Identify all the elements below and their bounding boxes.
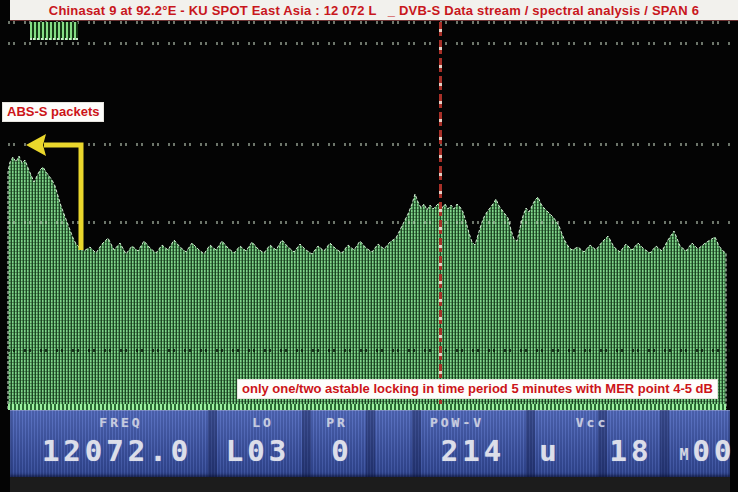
pr-label: PR bbox=[326, 415, 348, 430]
status-separator bbox=[412, 410, 421, 477]
lo-label: LO bbox=[252, 415, 274, 430]
status-separator bbox=[526, 410, 535, 477]
satellite-meter-screen: Chinasat 9 at 92.2°E - KU SPOT East Asia… bbox=[0, 0, 738, 492]
status-separator bbox=[366, 410, 375, 477]
h-gridline bbox=[8, 349, 732, 352]
freq-label: FREQ bbox=[99, 415, 142, 430]
lo-value: L03 bbox=[226, 434, 290, 468]
status-separator bbox=[302, 410, 311, 477]
h-gridline bbox=[8, 143, 732, 146]
pow-v-unit: u bbox=[539, 434, 560, 468]
pow-v-label: POW-V bbox=[430, 415, 484, 430]
pr-value: 0 bbox=[331, 434, 352, 468]
vcc-value: 18 bbox=[610, 434, 653, 468]
status-separator bbox=[660, 410, 669, 477]
bottom-bezel-strip bbox=[10, 477, 730, 492]
title-bar: Chinasat 9 at 92.2°E - KU SPOT East Asia… bbox=[10, 0, 738, 21]
vcc-label: Vcc bbox=[576, 415, 608, 430]
h-gridline bbox=[8, 21, 732, 24]
center-frequency-marker bbox=[439, 22, 442, 408]
locking-note-label: only one/two astable locking in time per… bbox=[237, 379, 718, 399]
signal-block-top-left bbox=[30, 22, 78, 40]
status-separator bbox=[208, 410, 217, 477]
abs-s-packets-label: ABS-S packets bbox=[2, 102, 104, 122]
status-bar: FREQ 12072.0 LO L03 PR 0 POW-V 214 u Vcc… bbox=[10, 410, 730, 477]
memory-value: 00 bbox=[693, 434, 736, 468]
freq-value: 12072.0 bbox=[42, 434, 192, 468]
pow-v-value: 214 bbox=[441, 434, 505, 468]
spectrum-trace bbox=[8, 156, 726, 409]
title-text: Chinasat 9 at 92.2°E - KU SPOT East Asia… bbox=[49, 3, 699, 18]
memory-prefix: M bbox=[679, 446, 688, 464]
h-gridline bbox=[8, 42, 732, 45]
h-gridline bbox=[8, 221, 732, 224]
